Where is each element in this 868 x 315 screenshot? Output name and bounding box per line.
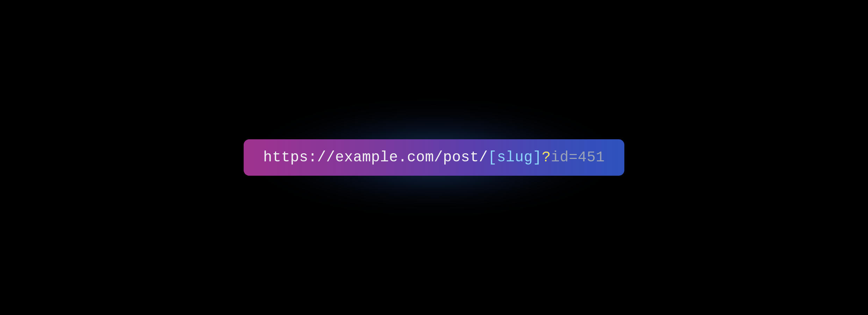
url-query-text: id=451 xyxy=(551,149,605,166)
url-display-container: https://example.com/post/[slug]?id=451 xyxy=(244,139,624,176)
url-question-mark: ? xyxy=(542,149,551,166)
url-base-text: https://example.com/post/ xyxy=(263,149,488,166)
url-bar: https://example.com/post/[slug]?id=451 xyxy=(244,139,624,176)
url-slug-text: [slug] xyxy=(488,149,542,166)
